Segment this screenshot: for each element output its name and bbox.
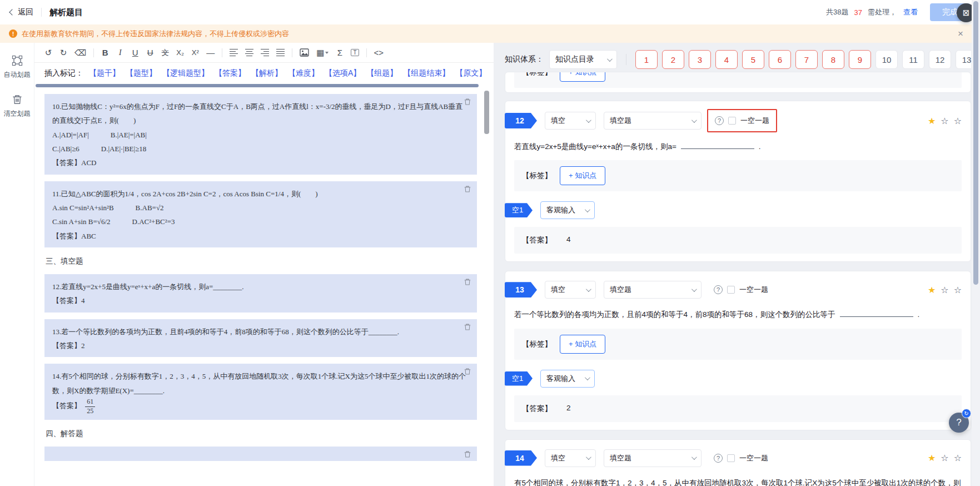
add-knowledge-point-button[interactable]: + 知识点	[560, 72, 605, 82]
star-filled-icon[interactable]: ★	[928, 453, 936, 463]
question-card-14: 14 填空 填空题 ? 一空一题 ★	[505, 439, 971, 486]
delete-question-icon[interactable]	[464, 323, 471, 331]
undo-icon[interactable]: ↺	[44, 48, 52, 58]
question-nav-5[interactable]: 5	[742, 50, 764, 69]
formula-icon[interactable]: Σ	[336, 48, 344, 57]
tag-group-end[interactable]: 【组题结束】	[403, 68, 450, 78]
underline-icon[interactable]: U	[131, 48, 139, 57]
star-empty-icon[interactable]: ☆	[954, 116, 962, 126]
editor-vertical-scrollbar[interactable]	[484, 91, 489, 486]
question-nav-11[interactable]: 11	[902, 50, 924, 69]
delete-question-icon[interactable]	[464, 278, 471, 286]
page-scrollbar[interactable]	[972, 0, 980, 486]
superscript-icon[interactable]: X²	[191, 48, 199, 57]
clear-mark-button[interactable]: 清空划题	[4, 94, 31, 118]
star-filled-icon[interactable]: ★	[928, 285, 936, 295]
question-nav-2[interactable]: 2	[662, 50, 684, 69]
eraser-icon[interactable]: ⌫	[74, 48, 86, 58]
question-block-10[interactable]: 10.已知抛物线C：y²=6x的焦点为F，过F的一条直线交C于A，B两点，过A作…	[44, 94, 477, 175]
tag-difficulty[interactable]: 【难度】	[288, 68, 319, 78]
delete-question-icon[interactable]	[464, 368, 471, 375]
tag-analysis[interactable]: 【解析】	[251, 68, 282, 78]
editor-content[interactable]: 10.已知抛物线C：y²=6x的焦点为F，过F的一条直线交C于A，B两点，过A作…	[34, 88, 494, 486]
question-number-nav: 1 2 3 4 5 6 7 8 9 10 11 12 13	[635, 50, 971, 69]
question-nav-4[interactable]: 4	[715, 50, 738, 69]
question-block-14[interactable]: 14.有5个相同的球，分别标有数字1，2，3，4，5，从中有放回地随机取3次，每…	[44, 364, 477, 420]
delete-question-icon[interactable]	[464, 98, 471, 106]
code-view-icon[interactable]: <>	[374, 48, 384, 57]
question-subtype-select[interactable]: 填空题	[604, 112, 702, 130]
tag-option-a[interactable]: 【选项A】	[325, 68, 361, 78]
table-menu[interactable]: ▦	[316, 48, 329, 58]
star-empty-icon[interactable]: ☆	[941, 116, 948, 126]
align-justify-icon[interactable]	[276, 49, 285, 57]
back-button[interactable]: 返回	[10, 7, 33, 17]
answer-line: 【答案】ABC	[52, 229, 469, 243]
question-type-select[interactable]: 填空	[545, 449, 596, 467]
question-nav-10[interactable]: 10	[875, 50, 898, 69]
tag-original[interactable]: 【原文】	[455, 68, 486, 78]
question-subtype-value: 填空题	[610, 453, 631, 463]
question-type-select[interactable]: 填空	[545, 112, 596, 130]
question-nav-6[interactable]: 6	[769, 50, 791, 69]
align-right-icon[interactable]	[261, 49, 269, 57]
horizontal-rule-icon[interactable]: —	[206, 48, 215, 57]
one-blank-checkbox[interactable]	[727, 286, 735, 294]
clear-format-icon[interactable]: 文	[161, 48, 169, 58]
star-empty-icon[interactable]: ☆	[954, 285, 962, 295]
delete-question-icon[interactable]	[464, 450, 471, 458]
redo-icon[interactable]: ↻	[59, 48, 67, 58]
question-nav-12[interactable]: 12	[929, 50, 951, 69]
help-circle-icon[interactable]: ?	[714, 454, 723, 463]
question-subtype-select[interactable]: 填空题	[604, 449, 702, 467]
image-icon[interactable]	[300, 48, 309, 57]
knowledge-catalog-select[interactable]: 知识点目录	[549, 50, 617, 69]
tags-horizontal-scrollbar[interactable]	[34, 84, 494, 88]
help-circle-icon[interactable]: ?	[714, 285, 723, 294]
tag-qtype[interactable]: 【题型】	[126, 68, 157, 78]
help-fab[interactable]: ? ↻	[949, 413, 969, 433]
input-type-select[interactable]: 客观输入	[540, 201, 595, 219]
question-type-select[interactable]: 填空	[545, 281, 596, 299]
one-blank-checkbox[interactable]	[728, 117, 736, 125]
insert-tags-label: 插入标记：	[44, 68, 83, 78]
question-nav-7[interactable]: 7	[795, 50, 818, 69]
tag-label: 【标签】	[522, 72, 552, 77]
align-left-icon[interactable]	[230, 49, 238, 57]
question-block-partial[interactable]	[44, 447, 477, 461]
delete-question-icon[interactable]	[464, 185, 471, 193]
subscript-icon[interactable]: X₂	[176, 48, 184, 57]
star-filled-icon[interactable]: ★	[928, 116, 936, 126]
help-circle-icon[interactable]: ?	[715, 116, 724, 125]
bold-icon[interactable]: B	[101, 48, 109, 57]
question-subtype-select[interactable]: 填空题	[604, 281, 702, 299]
question-block-12[interactable]: 12.若直线y=2x+5是曲线y=eˣ+x+a的一条切线，则a=________…	[44, 274, 477, 313]
question-block-13[interactable]: 13.若一个等比数列的各项均为正数，且前4项的和等于4，前8项的和等于68，则这…	[44, 319, 477, 358]
one-blank-checkbox[interactable]	[727, 454, 735, 462]
star-empty-icon[interactable]: ☆	[941, 453, 948, 463]
auto-mark-button[interactable]: 自动划题	[4, 55, 31, 80]
tag-stem[interactable]: 【题干】	[89, 68, 120, 78]
tag-logictype[interactable]: 【逻辑题型】	[162, 68, 209, 78]
add-knowledge-point-button[interactable]: + 知识点	[560, 166, 605, 185]
question-nav-13[interactable]: 13	[956, 50, 971, 69]
helper-mini-badge[interactable]: ↻	[962, 409, 971, 418]
question-stem: 若直线y=2x+5是曲线y=eˣ+x+a的一条切线，则a=	[514, 142, 676, 151]
question-block-11[interactable]: 11.已知△ABC的面积为1/4，cos 2A+cos 2B+2sin C=2，…	[44, 181, 477, 247]
tag-group[interactable]: 【组题】	[366, 68, 397, 78]
question-nav-8[interactable]: 8	[822, 50, 844, 69]
star-empty-icon[interactable]: ☆	[954, 453, 962, 463]
star-empty-icon[interactable]: ☆	[941, 285, 948, 295]
banner-close-icon[interactable]: ×	[958, 29, 963, 38]
italic-icon[interactable]: I	[116, 48, 124, 57]
tag-answer[interactable]: 【答案】	[215, 68, 246, 78]
strikethrough-icon[interactable]: U	[146, 48, 154, 57]
question-nav-3[interactable]: 3	[689, 50, 711, 69]
input-type-select[interactable]: 客观输入	[540, 370, 595, 388]
ocr-icon[interactable]: T	[351, 49, 359, 56]
align-center-icon[interactable]	[245, 49, 253, 57]
view-link[interactable]: 查看	[903, 7, 918, 17]
question-nav-9[interactable]: 9	[849, 50, 871, 69]
question-nav-1[interactable]: 1	[635, 50, 658, 69]
add-knowledge-point-button[interactable]: + 知识点	[560, 335, 605, 354]
